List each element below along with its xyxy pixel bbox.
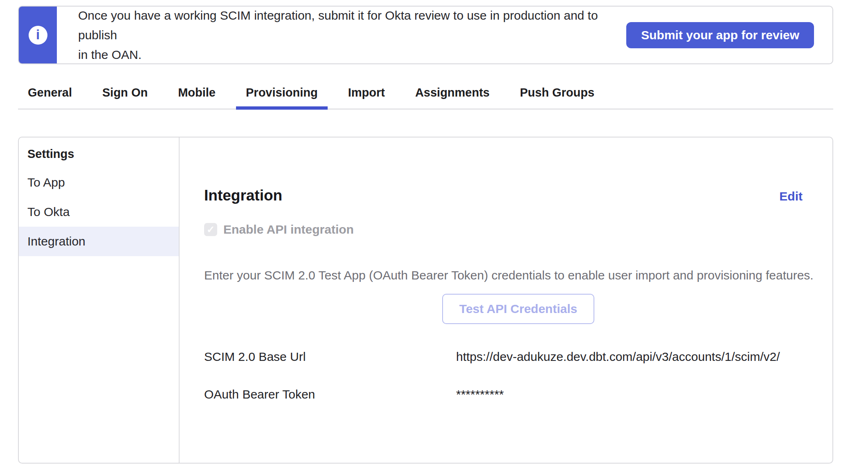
tab-assignments[interactable]: Assignments (405, 86, 499, 108)
tab-provisioning[interactable]: Provisioning (236, 86, 328, 108)
enable-api-integration-checkbox[interactable]: ✓ (204, 223, 217, 236)
content-header: Integration Edit (204, 187, 832, 205)
sidebar-item-integration[interactable]: Integration (19, 227, 179, 256)
enable-api-integration-row: ✓ Enable API integration (204, 223, 832, 236)
sidebar-item-to-app[interactable]: To App (19, 168, 179, 197)
page: i Once you have a working SCIM integrati… (0, 0, 868, 464)
banner-message: Once you have a working SCIM integration… (78, 6, 626, 64)
provisioning-panel: Settings To App To Okta Integration Inte… (18, 137, 833, 464)
oauth-bearer-token-label: OAuth Bearer Token (204, 387, 456, 402)
credentials-description: Enter your SCIM 2.0 Test App (OAuth Bear… (204, 268, 832, 283)
scim-base-url-row: SCIM 2.0 Base Url https://dev-adukuze.de… (204, 349, 832, 365)
tab-bar: General Sign On Mobile Provisioning Impo… (18, 86, 833, 110)
tab-mobile[interactable]: Mobile (168, 86, 225, 108)
banner-message-line2: in the OAN. (78, 45, 626, 65)
sidebar-item-to-okta[interactable]: To Okta (19, 197, 179, 227)
submit-app-for-review-button[interactable]: Submit your app for review (626, 22, 814, 48)
sidebar-header: Settings (19, 146, 179, 168)
info-icon: i (29, 26, 47, 45)
tab-push-groups[interactable]: Push Groups (510, 86, 604, 108)
oauth-bearer-token-row: OAuth Bearer Token ********** (204, 387, 832, 402)
tab-import[interactable]: Import (338, 86, 395, 108)
oauth-bearer-token-value: ********** (456, 387, 504, 402)
banner-body: Once you have a working SCIM integration… (57, 7, 832, 63)
tab-general[interactable]: General (18, 86, 82, 108)
tab-sign-on[interactable]: Sign On (92, 86, 157, 108)
page-title: Integration (204, 187, 282, 205)
settings-sidebar: Settings To App To Okta Integration (19, 137, 180, 463)
scim-base-url-value: https://dev-adukuze.dev.dbt.com/api/v3/a… (456, 349, 780, 365)
banner-accent: i (19, 7, 57, 63)
integration-content: Integration Edit ✓ Enable API integratio… (180, 137, 832, 463)
test-api-credentials-button[interactable]: Test API Credentials (442, 294, 594, 324)
edit-link[interactable]: Edit (779, 189, 803, 203)
enable-api-integration-label: Enable API integration (223, 223, 354, 236)
info-banner: i Once you have a working SCIM integrati… (18, 6, 833, 64)
scim-base-url-label: SCIM 2.0 Base Url (204, 349, 456, 365)
banner-message-line1: Once you have a working SCIM integration… (78, 6, 626, 45)
